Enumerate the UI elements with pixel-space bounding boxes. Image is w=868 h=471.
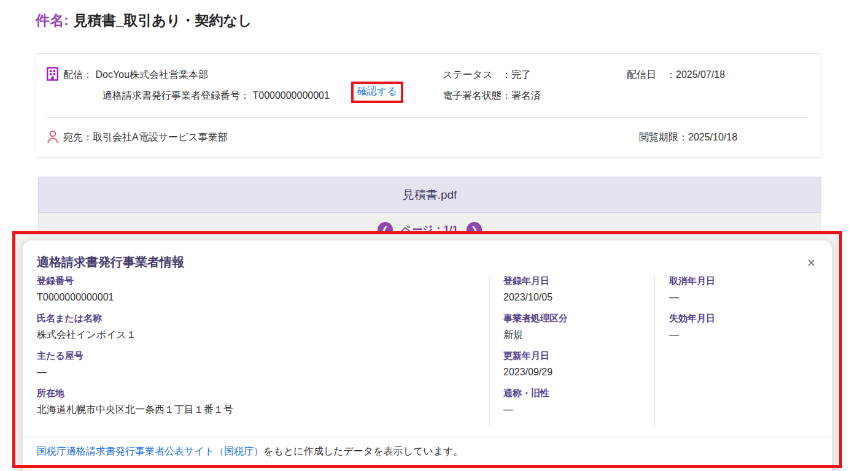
pdf-page-nav: ❮ ページ：1/1 ❯	[39, 222, 821, 232]
field-update-date: 更新年月日 2023/09/29	[503, 350, 648, 379]
status-label: ステータス	[443, 69, 502, 82]
registration-number-label: 適格請求書発行事業者登録番号：	[103, 90, 250, 101]
field-value: —	[669, 328, 823, 342]
sender-line: 配信： DocYou株式会社営業本部	[63, 69, 208, 82]
confirm-registration-link[interactable]: 確認する	[357, 86, 397, 96]
building-icon	[46, 67, 60, 80]
signature-status-line: 電子署名状態：署名済	[443, 90, 541, 102]
field-value: 2023/09/29	[503, 366, 648, 379]
field-expiry-date: 失効年月日 —	[669, 312, 823, 342]
page-indicator: ページ：1/1	[401, 223, 458, 232]
next-page-button[interactable]: ❯	[467, 222, 482, 232]
field-value: —	[503, 403, 648, 416]
field-label: 登録年月日	[503, 275, 648, 287]
field-name: 氏名または名称 株式会社インボイス１	[37, 312, 473, 342]
field-value: —	[669, 291, 823, 304]
delivery-date-label: 配信日	[627, 69, 666, 82]
field-registration-date: 登録年月日 2023/10/05	[503, 275, 648, 304]
column-divider	[489, 276, 490, 426]
delivery-date-value: ：2025/07/18	[666, 69, 725, 80]
recipient-row: 宛先：取引会社A電設サービス事業部 閲覧期限：2025/10/18	[36, 118, 821, 158]
field-value: 北海道札幌市中央区北一条西１丁目１番１号	[37, 403, 473, 416]
confirm-link-annotation-box: 確認する	[351, 82, 403, 103]
field-label: 失効年月日	[669, 312, 823, 324]
issuer-info-column-middle: 登録年月日 2023/10/05 事業者処理区分 新規 更新年月日 2023/0…	[503, 275, 648, 424]
field-alias: 通称・旧性 —	[503, 387, 648, 416]
pdf-filename: 見積書.pdf	[403, 187, 457, 203]
field-label: 取消年月日	[669, 275, 823, 287]
recipient-line: 宛先：取引会社A電設サービス事業部	[63, 131, 228, 144]
signature-status-value: ：署名済	[502, 90, 541, 101]
nta-site-link[interactable]: 国税庁適格請求書発行事業者公表サイト（国税庁）	[37, 446, 263, 456]
pdf-page-nav-strip: ❮ ページ：1/1 ❯	[38, 213, 821, 232]
document-detail-page: 件名:見積書_取引あり・契約なし 配信： DocYou株式会社営業本部 適格請求…	[0, 0, 868, 471]
view-limit-line: 閲覧期限：2025/10/18	[639, 131, 737, 144]
recipient-label: 宛先：	[63, 132, 93, 142]
field-value: 新規	[503, 328, 648, 342]
field-value: 2023/10/05	[503, 291, 648, 304]
invoice-issuer-modal: 適格請求書発行事業者情報 ✕ 登録番号 T0000000000001 氏名または…	[23, 240, 832, 471]
prev-page-button[interactable]: ❮	[378, 222, 393, 232]
issuer-info-column-right: 取消年月日 — 失効年月日 —	[669, 275, 823, 350]
field-label: 所在地	[37, 387, 473, 399]
issuer-info-column-left: 登録番号 T0000000000001 氏名または名称 株式会社インボイス１ 主…	[37, 275, 473, 424]
view-limit-value: 2025/10/18	[688, 132, 737, 142]
field-trade-name: 主たる屋号 —	[37, 350, 473, 379]
field-label: 主たる屋号	[37, 350, 473, 362]
column-divider	[654, 276, 655, 426]
sender-label: 配信：	[63, 69, 93, 80]
field-label: 登録番号	[37, 275, 473, 287]
status-value: ：完了	[502, 69, 531, 80]
signature-status-label: 電子署名状態	[443, 90, 502, 101]
sender-row: 配信： DocYou株式会社営業本部 適格請求書発行事業者登録番号： T0000…	[36, 54, 821, 117]
field-registration-number: 登録番号 T0000000000001	[37, 275, 473, 304]
field-value: 株式会社インボイス１	[37, 328, 473, 342]
field-address: 所在地 北海道札幌市中央区北一条西１丁目１番１号	[37, 387, 473, 416]
modal-footer: 国税庁適格請求書発行事業者公表サイト（国税庁）をもとに作成したデータを表示してい…	[37, 445, 463, 458]
modal-footer-divider	[23, 437, 832, 437]
pdf-header-band: 見積書.pdf	[38, 177, 821, 213]
subject-label: 件名:	[36, 12, 69, 28]
registration-number-value: T0000000000001	[252, 90, 329, 101]
delivery-info-panel: 配信： DocYou株式会社営業本部 適格請求書発行事業者登録番号： T0000…	[36, 53, 821, 158]
field-label: 更新年月日	[503, 350, 648, 362]
view-limit-label: 閲覧期限：	[639, 132, 688, 142]
field-cancel-date: 取消年月日 —	[669, 275, 823, 304]
field-label: 氏名または名称	[37, 312, 473, 324]
field-value: —	[37, 366, 473, 379]
person-icon	[46, 129, 60, 143]
sender-value: DocYou株式会社営業本部	[95, 69, 207, 80]
recipient-value: 取引会社A電設サービス事業部	[93, 132, 228, 142]
page-title: 件名:見積書_取引あり・契約なし	[36, 11, 252, 30]
footer-note: をもとに作成したデータを表示しています。	[263, 446, 463, 456]
status-line: ステータス：完了	[443, 69, 531, 82]
field-label: 事業者処理区分	[503, 312, 648, 324]
field-process-category: 事業者処理区分 新規	[503, 312, 648, 342]
delivery-date-line: 配信日：2025/07/18	[627, 69, 725, 82]
field-value: T0000000000001	[37, 291, 473, 304]
field-label: 通称・旧性	[503, 387, 648, 399]
modal-title: 適格請求書発行事業者情報	[37, 254, 184, 270]
subject-value: 見積書_取引あり・契約なし	[74, 12, 252, 28]
invoice-registration-line: 適格請求書発行事業者登録番号： T0000000000001	[103, 90, 330, 102]
close-icon[interactable]: ✕	[807, 258, 816, 269]
